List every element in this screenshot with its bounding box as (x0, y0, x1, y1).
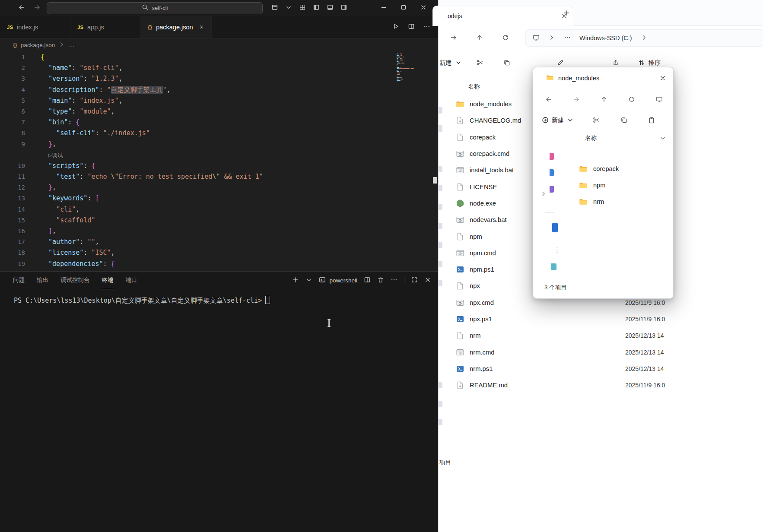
chev-right-icon (548, 34, 555, 41)
arrow-up-icon (476, 34, 483, 41)
customize-layout-icon[interactable] (271, 4, 278, 13)
split-terminal-icon[interactable] (364, 276, 371, 285)
modified-date: 2025/11/9 16:0 (625, 299, 676, 306)
new-item-button[interactable]: 新建 (542, 117, 574, 125)
run-file-icon[interactable] (392, 23, 399, 32)
editor-tab-package.json[interactable]: {}package.json (141, 16, 212, 38)
panel-tab-问题[interactable]: 问题 (13, 272, 25, 289)
phone-icon[interactable] (552, 223, 558, 232)
clipped-nav-icon[interactable] (550, 153, 554, 160)
command-center-search[interactable]: self-cli (47, 2, 263, 14)
nav-up-icon[interactable] (601, 96, 607, 104)
nav-back-icon[interactable] (545, 96, 552, 104)
paste-icon[interactable] (648, 117, 655, 125)
file-row-nrm[interactable]: nrm2025/12/13 14 (439, 327, 715, 344)
folder-row-nrm[interactable]: nrm (579, 193, 619, 210)
chev-down-icon (285, 4, 292, 11)
split-editor-icon[interactable] (408, 23, 415, 32)
refresh-icon[interactable] (628, 96, 635, 104)
file-name: npx (470, 282, 480, 289)
forward-icon[interactable] (34, 4, 41, 13)
code-editor[interactable]: 1{2 "name": "self-cli",3 "version": "1.2… (0, 51, 438, 272)
clipped-nav-icon[interactable] (550, 169, 554, 176)
toggle-secondary-sidebar-icon[interactable] (340, 4, 347, 13)
panel-tab-调试控制台[interactable]: 调试控制台 (60, 272, 90, 289)
rename-icon[interactable] (557, 59, 564, 67)
file-row-nrm.ps1[interactable]: nrm.ps12025/12/13 14 (439, 361, 715, 377)
panel-tab-端口[interactable]: 端口 (126, 272, 137, 289)
statusbar-fragment: 项目 (439, 459, 451, 466)
clipped-nav-icon[interactable] (550, 186, 554, 193)
new-terminal-icon[interactable] (292, 276, 299, 285)
folder-name: nrm (593, 198, 604, 205)
layout-menu-icon (271, 4, 278, 11)
share-icon[interactable] (612, 59, 619, 67)
maximize-panel-icon[interactable] (411, 276, 418, 285)
chevron-down-icon[interactable] (659, 135, 666, 142)
explorer-tab[interactable]: odejs (432, 6, 573, 26)
layout-dropdown-icon[interactable] (285, 4, 292, 13)
file-row-README.md[interactable]: README.md2025/11/9 16:0 (439, 377, 715, 393)
terminal-more-icon[interactable] (391, 276, 397, 285)
editor-tab-index.js[interactable]: JSindex.js (0, 16, 70, 38)
cmd-file-icon (456, 149, 464, 158)
panel-tab-输出[interactable]: 输出 (37, 272, 48, 289)
close-icon (199, 24, 204, 30)
line-number: 9 (0, 139, 25, 150)
maximize-icon[interactable] (400, 4, 407, 13)
clipped-nav-item[interactable] (439, 401, 442, 407)
refresh-icon[interactable] (502, 34, 509, 42)
breadcrumb-more: … (69, 42, 75, 48)
close-panel-icon[interactable] (424, 276, 431, 285)
minimize-icon[interactable] (380, 4, 387, 13)
cut-icon[interactable] (593, 117, 600, 125)
nav-up-icon[interactable] (476, 34, 483, 42)
file-name: nrm.cmd (470, 349, 495, 356)
panel-tab-终端[interactable]: 终端 (102, 272, 114, 289)
minimap[interactable] (396, 52, 416, 82)
new-tab-icon[interactable] (563, 10, 570, 16)
expand-chevron-icon[interactable] (540, 190, 547, 197)
file-name: npm.ps1 (470, 266, 494, 273)
terminal-profile-dropdown-icon[interactable] (305, 276, 312, 285)
terminal-instance-powershell[interactable]: powershell (319, 276, 357, 285)
collapsed-path-icon[interactable] (564, 34, 571, 42)
back-icon[interactable] (18, 4, 25, 13)
plus-icon (563, 10, 570, 16)
more-actions-icon[interactable] (423, 23, 430, 32)
file-row-npx.ps1[interactable]: npx.ps12025/11/9 16:0 (439, 311, 715, 327)
clipped-nav-icon[interactable] (551, 263, 556, 270)
terminal-area[interactable]: PS C:\Users\lss13\Desktop\自定义脚手架文章\自定义脚手… (0, 289, 438, 305)
toggle-panel-icon[interactable] (327, 4, 334, 13)
nav-forward-icon[interactable] (450, 34, 457, 42)
file-row-nrm.cmd[interactable]: nrm.cmd2025/12/13 14 (439, 344, 715, 360)
code-text: "name": "self-cli", (25, 63, 123, 73)
close-tab-icon[interactable] (199, 24, 204, 30)
column-header-name[interactable]: 名称 (533, 130, 673, 146)
sort-button[interactable]: 排序 (638, 59, 661, 67)
copy-icon[interactable] (620, 117, 627, 125)
nav-forward-icon[interactable] (573, 96, 580, 104)
cut-icon[interactable] (477, 59, 483, 67)
minimize-icon (380, 4, 387, 11)
ps1-file-icon (456, 265, 464, 274)
folder-row-corepack[interactable]: corepack (579, 161, 619, 177)
file-file-icon (456, 232, 464, 241)
toggle-sidebar-icon[interactable] (313, 4, 320, 13)
editor-layout-icon[interactable] (299, 4, 306, 13)
new-item-button[interactable]: 新建 (439, 59, 462, 67)
address-bar[interactable]: Windows-SSD (C:) (525, 29, 763, 47)
close-window-icon[interactable] (420, 4, 427, 13)
close-window-icon[interactable] (659, 75, 666, 82)
scrollbar-thumb[interactable] (433, 177, 437, 184)
folder-row-npm[interactable]: npm (579, 177, 619, 193)
breadcrumb[interactable]: {} package.json … (0, 38, 438, 51)
pencil-icon (557, 59, 564, 66)
address-drive[interactable]: Windows-SSD (C:) (579, 35, 632, 41)
kill-terminal-icon[interactable] (377, 276, 384, 285)
copy-icon[interactable] (503, 59, 510, 67)
editor-tab-app.js[interactable]: JSapp.js (70, 16, 141, 38)
overlay-titlebar[interactable]: node_modules (533, 67, 673, 89)
side-right-icon (340, 4, 347, 11)
clipped-nav-item[interactable] (439, 419, 442, 425)
